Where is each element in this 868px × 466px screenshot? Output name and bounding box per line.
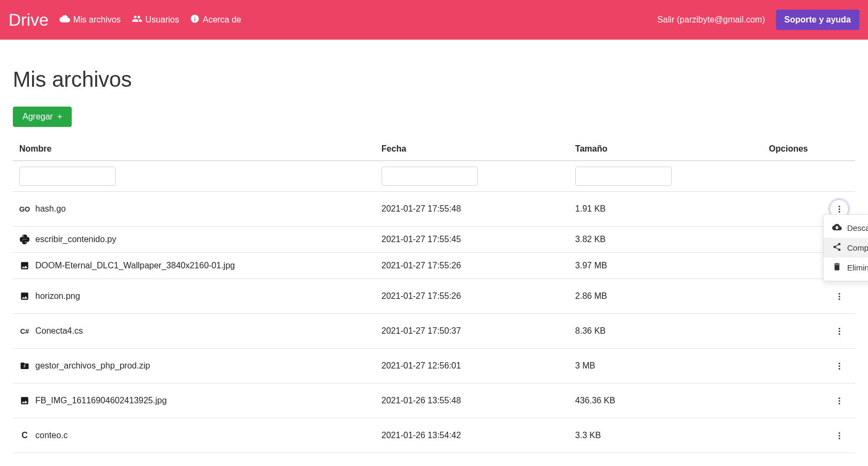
file-name[interactable]: hash.go (35, 204, 66, 214)
vertical-dots-icon (839, 432, 840, 439)
zip-icon (19, 360, 30, 371)
go-icon: GO (19, 204, 30, 214)
options-button[interactable] (829, 321, 849, 341)
nav-links: Mis archivos Usuarios Acerca de (59, 14, 658, 26)
filter-date-input[interactable] (382, 167, 478, 186)
file-size: 1.91 KB (569, 192, 763, 227)
table-row: C# Conecta4.cs 2021-01-27 17:50:37 8.36 … (13, 314, 855, 349)
logout-link[interactable]: Salir (parzibyte@gmail.com) (657, 15, 765, 25)
nav-my-files-label: Mis archivos (73, 15, 121, 25)
cloud-icon (59, 15, 70, 25)
image-icon (19, 260, 30, 271)
add-button-label: Agregar (22, 112, 53, 122)
table-row: horizon.png 2021-01-27 17:55:26 2.86 MB (13, 279, 855, 314)
file-date: 2021-01-27 17:55:26 (375, 279, 569, 314)
dropdown-download[interactable]: Descargar (824, 218, 868, 238)
csharp-icon: C# (19, 326, 30, 336)
file-name[interactable]: horizon.png (35, 291, 80, 301)
file-name[interactable]: escribir_contenido.py (35, 235, 116, 244)
file-date: 2021-01-27 12:56:01 (375, 349, 569, 384)
brand-logo[interactable]: Drive (9, 10, 49, 30)
main-container: Mis archivos Agregar + Nombre Fecha Tama… (0, 40, 868, 466)
image-icon (19, 395, 30, 406)
users-icon (132, 15, 142, 25)
plus-icon: + (57, 112, 62, 122)
options-dropdown: Descargar Compartir Elimin (823, 214, 868, 281)
file-date: 2021-01-26 13:54:42 (375, 418, 569, 453)
table-row: Captura de pantalla de 2021-01-25 23-01-… (13, 453, 855, 467)
options-button[interactable] (829, 461, 849, 466)
table-row: FB_IMG_16116904602413925.jpg 2021-01-26 … (13, 384, 855, 418)
file-size: 3.97 MB (569, 253, 763, 279)
dropdown-delete-label: Eliminar (847, 263, 868, 272)
column-header-options: Opciones (763, 138, 855, 161)
files-table: Nombre Fecha Tamaño Opciones GO hash.go (13, 138, 855, 466)
vertical-dots-icon (839, 293, 840, 300)
options-button[interactable] (829, 426, 849, 445)
nav-users-label: Usuarios (146, 15, 179, 25)
nav-about[interactable]: Acerca de (190, 14, 241, 26)
table-row: DOOM-Eternal_DLC1_Wallpaper_3840x2160-01… (13, 253, 855, 279)
column-header-name: Nombre (13, 138, 375, 161)
download-icon (832, 222, 842, 234)
options-button[interactable] (829, 391, 849, 410)
page-title: Mis archivos (13, 67, 855, 92)
vertical-dots-icon (839, 397, 840, 404)
filter-size-input[interactable] (575, 167, 672, 186)
file-name[interactable]: DOOM-Eternal_DLC1_Wallpaper_3840x2160-01… (35, 261, 235, 270)
table-row: GO hash.go 2021-01-27 17:55:48 1.91 KB (13, 192, 855, 227)
file-name[interactable]: conteo.c (35, 431, 67, 440)
logout-email: (parzibyte@gmail.com) (677, 15, 765, 24)
file-date: 2021-01-27 17:50:37 (375, 314, 569, 349)
c-icon: C (19, 430, 30, 441)
dropdown-share[interactable]: Compartir (824, 238, 868, 258)
share-icon (832, 242, 842, 253)
vertical-dots-icon (839, 363, 840, 370)
filter-row (13, 161, 855, 192)
file-size: 116.83 KB (569, 453, 763, 467)
image-icon (19, 291, 30, 302)
column-header-date: Fecha (375, 138, 569, 161)
info-icon (190, 14, 200, 26)
nav-about-label: Acerca de (203, 15, 241, 25)
table-row: escribir_contenido.py 2021-01-27 17:55:4… (13, 227, 855, 253)
file-size: 2.86 MB (569, 279, 763, 314)
python-icon (19, 234, 30, 245)
add-button[interactable]: Agregar + (13, 107, 72, 127)
options-button[interactable] (829, 287, 849, 306)
dropdown-share-label: Compartir (847, 243, 868, 252)
logout-prefix: Salir (657, 15, 674, 24)
vertical-dots-icon (839, 206, 840, 213)
dropdown-delete[interactable]: Eliminar (824, 258, 868, 277)
file-name[interactable]: Conecta4.cs (35, 326, 83, 336)
trash-icon (832, 262, 842, 273)
file-date: 2021-01-27 17:55:26 (375, 253, 569, 279)
file-size: 3 MB (569, 349, 763, 384)
file-size: 436.36 KB (569, 384, 763, 418)
navbar-right: Salir (parzibyte@gmail.com) Soporte y ay… (657, 10, 859, 30)
file-date: 2021-01-26 13:47:01 (375, 453, 569, 467)
file-size: 8.36 KB (569, 314, 763, 349)
filter-name-input[interactable] (19, 167, 116, 186)
table-row: gestor_archivos_php_prod.zip 2021-01-27 … (13, 349, 855, 384)
file-name[interactable]: FB_IMG_16116904602413925.jpg (35, 396, 167, 405)
nav-my-files[interactable]: Mis archivos (59, 15, 121, 25)
file-date: 2021-01-27 17:55:45 (375, 227, 569, 253)
file-name[interactable]: gestor_archivos_php_prod.zip (35, 361, 150, 371)
file-size: 3.82 KB (569, 227, 763, 253)
column-header-size: Tamaño (569, 138, 763, 161)
file-date: 2021-01-26 13:55:48 (375, 384, 569, 418)
file-date: 2021-01-27 17:55:48 (375, 192, 569, 227)
dropdown-download-label: Descargar (847, 223, 868, 232)
file-size: 3.3 KB (569, 418, 763, 453)
nav-users[interactable]: Usuarios (132, 15, 179, 25)
support-button[interactable]: Soporte y ayuda (776, 10, 859, 30)
options-button[interactable] (829, 356, 849, 375)
vertical-dots-icon (839, 328, 840, 335)
navbar: Drive Mis archivos Usuarios Acerca de Sa… (0, 0, 868, 40)
table-row: C conteo.c 2021-01-26 13:54:42 3.3 KB (13, 418, 855, 453)
